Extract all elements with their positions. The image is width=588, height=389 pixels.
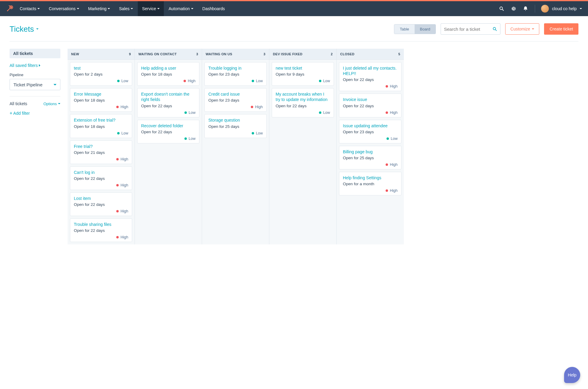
ticket-card[interactable]: Issue updating attendeeOpen for 23 daysL… xyxy=(339,120,401,143)
ticket-card[interactable]: Billing page bugOpen for 25 daysHigh xyxy=(339,146,401,169)
chevron-down-icon xyxy=(58,103,60,104)
priority-label: Low xyxy=(391,137,398,141)
pipeline-select[interactable]: Ticket Pipeline xyxy=(10,79,60,90)
ticket-title: Issue updating attendee xyxy=(343,123,398,128)
priority-label: High xyxy=(120,209,128,213)
ticket-open-duration: Open for 23 days xyxy=(343,130,398,134)
ticket-card[interactable]: Extension of free trial?Open for 18 days… xyxy=(70,114,132,138)
priority-dot-icon xyxy=(184,80,186,82)
ticket-card[interactable]: Recover deleted folderOpen for 22 daysLo… xyxy=(137,120,199,143)
ticket-card[interactable]: Trouble logging inOpen for 23 daysLow xyxy=(204,62,267,86)
ticket-priority: Low xyxy=(141,111,196,115)
ticket-card[interactable]: Storage questionOpen for 25 daysLow xyxy=(204,114,267,138)
priority-dot-icon xyxy=(184,137,187,140)
divider xyxy=(10,96,60,97)
nav-sales[interactable]: Sales xyxy=(119,1,133,16)
ticket-card[interactable]: Error MessageOpen for 18 daysHigh xyxy=(70,88,132,112)
page-title: Tickets xyxy=(10,24,34,34)
svg-point-8 xyxy=(513,8,514,10)
svg-line-4 xyxy=(9,5,10,7)
create-ticket-button[interactable]: Create ticket xyxy=(544,23,578,35)
nav-marketing[interactable]: Marketing xyxy=(88,1,110,16)
nav-dashboards[interactable]: Dashboards xyxy=(202,1,225,16)
ticket-title: Extension of free trial? xyxy=(74,117,128,123)
column-header: WAITING ON CONTACT3 xyxy=(135,49,202,60)
ticket-priority: Low xyxy=(276,79,330,83)
nav-service[interactable]: Service xyxy=(138,1,164,16)
view-board-button[interactable]: Board xyxy=(415,24,436,34)
ticket-open-duration: Open for 22 days xyxy=(343,104,398,108)
ticket-card[interactable]: Help finding SettingsOpen for a monthHig… xyxy=(339,172,401,195)
column-body: I just deleted all my contacts. HELP!!Op… xyxy=(337,60,404,198)
chevron-right-icon xyxy=(39,64,40,67)
ticket-open-duration: Open for 9 days xyxy=(276,72,330,76)
ticket-card[interactable]: Help adding a userOpen for 18 daysHigh xyxy=(137,62,199,86)
options-dropdown[interactable]: Options xyxy=(43,102,60,106)
ticket-open-duration: Open for 25 days xyxy=(208,124,263,129)
ticket-priority: Low xyxy=(208,131,263,135)
ticket-card[interactable]: My account breaks when I try to update m… xyxy=(272,88,334,117)
priority-label: High xyxy=(390,189,398,193)
filter-sidebar: All tickets All saved filters Pipeline T… xyxy=(10,49,60,244)
ticket-open-duration: Open for 21 days xyxy=(74,150,128,155)
search-icon[interactable] xyxy=(499,6,504,11)
ticket-priority: Low xyxy=(276,111,330,115)
nav-conversations[interactable]: Conversations xyxy=(49,1,79,16)
ticket-title: Help finding Settings xyxy=(343,175,398,180)
column-header: WAITING ON US3 xyxy=(202,49,269,60)
column-header: NEW9 xyxy=(68,49,135,60)
sidebar-all-tickets[interactable]: All tickets xyxy=(10,49,60,58)
ticket-title: Trouble sharing files xyxy=(74,222,128,227)
chevron-down-icon xyxy=(36,28,39,30)
nav-contacts[interactable]: Contacts xyxy=(20,1,40,16)
account-switcher[interactable]: cloud co help xyxy=(535,5,582,13)
ticket-title: Recover deleted folder xyxy=(141,123,196,128)
customize-label: Customize xyxy=(510,27,530,31)
pipeline-value: Ticket Pipeline xyxy=(13,82,42,87)
customize-button[interactable]: Customize xyxy=(505,23,539,35)
ticket-card[interactable]: Invoice issueOpen for 22 daysHigh xyxy=(339,94,401,117)
nav-label: Conversations xyxy=(49,6,76,11)
ticket-card[interactable]: Trouble sharing filesOpen for 22 daysHig… xyxy=(70,218,132,242)
view-table-button[interactable]: Table xyxy=(394,24,414,34)
ticket-card[interactable]: Can't log inOpen for 22 daysHigh xyxy=(70,166,132,190)
priority-dot-icon xyxy=(116,158,119,160)
ticket-priority: High xyxy=(74,209,128,213)
ticket-priority: Low xyxy=(141,137,196,141)
column-name: WAITING ON CONTACT xyxy=(138,52,177,56)
ticket-open-duration: Open for 22 days xyxy=(141,130,196,134)
ticket-card[interactable]: Free trial?Open for 21 daysHigh xyxy=(70,140,132,164)
add-filter-button[interactable]: + Add filter xyxy=(10,111,60,116)
ticket-card[interactable]: Lost itemOpen for 22 daysHigh xyxy=(70,192,132,216)
ticket-title: new test ticket xyxy=(276,65,330,71)
ticket-search[interactable] xyxy=(441,23,500,35)
ticket-title: Help adding a user xyxy=(141,65,196,71)
gear-icon[interactable] xyxy=(511,6,516,11)
sidebar-saved-filters[interactable]: All saved filters xyxy=(10,63,60,68)
ticket-priority: Low xyxy=(74,131,128,135)
ticket-title: Storage question xyxy=(208,117,263,123)
ticket-title: Trouble logging in xyxy=(208,65,263,71)
ticket-card[interactable]: testOpen for 2 daysLow xyxy=(70,62,132,86)
page-title-dropdown[interactable]: Tickets xyxy=(10,24,39,34)
ticket-title: Billing page bug xyxy=(343,149,398,154)
search-input[interactable] xyxy=(444,27,492,32)
ticket-open-duration: Open for 22 days xyxy=(276,104,330,108)
ticket-open-duration: Open for 22 days xyxy=(74,202,128,207)
ticket-card[interactable]: Credit card issueOpen for 23 daysHigh xyxy=(204,88,267,112)
ticket-card[interactable]: new test ticketOpen for 9 daysLow xyxy=(272,62,334,86)
ticket-board: NEW9testOpen for 2 daysLowError MessageO… xyxy=(68,49,578,244)
priority-dot-icon xyxy=(252,132,254,134)
ticket-open-duration: Open for 22 days xyxy=(141,104,196,108)
bell-icon[interactable] xyxy=(523,6,528,11)
svg-line-10 xyxy=(495,30,497,31)
ticket-priority: High xyxy=(343,84,398,88)
board-column: CLOSED5I just deleted all my contacts. H… xyxy=(337,49,404,244)
nav-automation[interactable]: Automation xyxy=(169,1,193,16)
column-name: WAITING ON US xyxy=(206,52,232,56)
column-count: 9 xyxy=(129,52,131,56)
hubspot-logo-icon[interactable] xyxy=(6,5,14,13)
ticket-card[interactable]: Export doesn't contain the right fieldsO… xyxy=(137,88,199,117)
ticket-card[interactable]: I just deleted all my contacts. HELP!!Op… xyxy=(339,62,401,91)
priority-label: Low xyxy=(256,131,263,135)
